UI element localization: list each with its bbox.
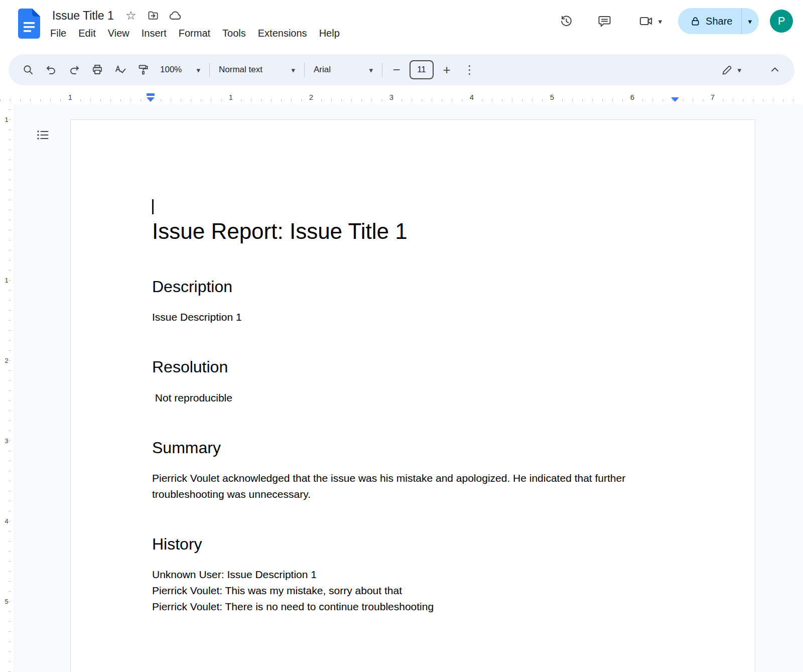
ruler-number: 7: [709, 93, 716, 101]
ruler-number: 2: [308, 93, 315, 101]
redo-icon[interactable]: [63, 58, 86, 81]
menu-tools[interactable]: Tools: [216, 26, 252, 41]
right-indent-triangle[interactable]: [671, 97, 679, 102]
section-paragraph[interactable]: Issue Description 1: [152, 309, 656, 325]
ruler-number: 5: [5, 597, 8, 606]
zoom-value: 100%: [160, 65, 182, 75]
join-call-control[interactable]: ▾: [630, 9, 665, 34]
document-saved-cloud-icon[interactable]: [168, 9, 182, 23]
google-docs-logo-icon[interactable]: [18, 9, 40, 39]
ruler-number: 4: [468, 93, 475, 101]
font-family-select[interactable]: Arial ▾: [309, 59, 378, 80]
print-icon[interactable]: [86, 58, 109, 81]
menu-help[interactable]: Help: [313, 26, 346, 41]
menu-extensions[interactable]: Extensions: [252, 26, 313, 41]
spellcheck-icon[interactable]: [109, 58, 132, 81]
toolbar-right-group: ▾: [716, 58, 786, 81]
title-row: Issue Title 1 ☆: [50, 6, 346, 25]
vertical-ruler[interactable]: 1 1 2 3 4 5: [0, 104, 13, 672]
toolbar-row: 100% ▾ Normal text ▾ Arial ▾ − 11 + ⋮ ▾: [0, 50, 803, 89]
star-icon[interactable]: ☆: [124, 9, 138, 23]
toolbar: 100% ▾ Normal text ▾ Arial ▾ − 11 + ⋮ ▾: [9, 54, 794, 85]
app-header: Issue Title 1 ☆ File Edit View Inser: [0, 0, 803, 50]
section-heading-summary[interactable]: Summary: [152, 438, 674, 457]
version-history-icon[interactable]: [554, 9, 579, 34]
undo-icon[interactable]: [40, 58, 63, 81]
editing-mode-select[interactable]: ▾: [716, 59, 746, 81]
video-camera-icon[interactable]: [633, 9, 658, 34]
ruler-number: 3: [388, 93, 395, 101]
document-title-field[interactable]: Issue Title 1: [50, 9, 116, 23]
ruler-ticks: [9, 104, 11, 672]
font-caret-down-icon: ▾: [369, 66, 373, 74]
ruler-number: 1: [227, 93, 234, 101]
zoom-select[interactable]: 100% ▾: [155, 59, 205, 80]
empty-paragraph[interactable]: [152, 199, 674, 216]
document-page[interactable]: Issue Report: Issue Title 1 Description …: [70, 119, 755, 672]
menu-insert[interactable]: Insert: [136, 26, 173, 41]
menu-edit[interactable]: Edit: [72, 26, 101, 41]
ruler-ticks: [0, 99, 803, 101]
ruler-number: 1: [67, 93, 74, 101]
show-document-outline-icon[interactable]: [31, 123, 54, 147]
font-family-value: Arial: [314, 65, 331, 75]
ruler-number: 4: [5, 516, 8, 526]
header-main: Issue Title 1 ☆ File Edit View Inser: [50, 6, 346, 41]
account-avatar[interactable]: P: [770, 10, 793, 33]
ruler-number: 6: [629, 93, 636, 101]
toolbar-divider: [304, 63, 305, 77]
hide-menus-chevron-up-icon[interactable]: [763, 58, 786, 81]
toolbar-divider: [209, 63, 210, 77]
font-size-stepper: − 11 +: [386, 60, 457, 80]
section-paragraph[interactable]: Not reproducible: [152, 390, 656, 406]
section-paragraph[interactable]: Pierrick Voulet: This was my mistake, so…: [152, 583, 656, 599]
lock-icon: [690, 16, 701, 27]
share-caret-down-icon[interactable]: ▾: [748, 18, 752, 25]
ruler-number: 1: [5, 115, 8, 124]
share-button-label: Share: [706, 16, 732, 27]
document-heading-title[interactable]: Issue Report: Issue Title 1: [152, 217, 674, 245]
video-caret-down-icon[interactable]: ▾: [658, 18, 662, 25]
section-heading-description[interactable]: Description: [152, 277, 674, 296]
avatar-letter: P: [778, 15, 785, 28]
section-paragraph[interactable]: Pierrick Voulet acknowledged that the is…: [152, 470, 656, 502]
comments-icon[interactable]: [592, 9, 617, 34]
left-indent-triangle[interactable]: [147, 97, 155, 102]
paragraph-style-value: Normal text: [219, 65, 262, 75]
paragraph-style-select[interactable]: Normal text ▾: [214, 59, 300, 80]
paint-format-icon[interactable]: [132, 58, 155, 81]
menu-file[interactable]: File: [44, 26, 72, 41]
menu-bar: File Edit View Insert Format Tools Exten…: [44, 26, 346, 41]
section-paragraph[interactable]: Unknown User: Issue Description 1: [152, 567, 656, 583]
increase-font-size-button[interactable]: +: [437, 60, 457, 80]
search-menus-icon[interactable]: [17, 58, 40, 81]
ruler-number: 2: [5, 356, 8, 365]
more-options-kebab-icon[interactable]: ⋮: [464, 63, 475, 77]
first-line-indent-marker[interactable]: [147, 93, 155, 96]
section-paragraph[interactable]: Pierrick Voulet: There is no need to con…: [152, 599, 656, 615]
zoom-caret-down-icon: ▾: [196, 66, 200, 74]
ruler-number: 3: [5, 436, 8, 446]
menu-format[interactable]: Format: [173, 26, 216, 41]
decrease-font-size-button[interactable]: −: [386, 60, 407, 80]
mode-caret-down-icon: ▾: [737, 66, 741, 74]
ruler-number: 5: [549, 93, 556, 101]
share-button[interactable]: Share ▾: [678, 8, 759, 34]
text-cursor: [152, 199, 154, 214]
pencil-icon: [721, 64, 733, 76]
menu-view[interactable]: View: [102, 26, 136, 41]
toolbar-divider: [382, 63, 382, 77]
document-canvas: 1 1 2 3 4 5 Issue Report: Issue Title 1 …: [0, 104, 803, 672]
font-size-input[interactable]: 11: [410, 60, 434, 79]
horizontal-ruler[interactable]: 1 1 2 3 4 5 6 7: [0, 89, 803, 104]
page-content: Issue Report: Issue Title 1 Description …: [71, 120, 755, 615]
share-divider: [741, 8, 742, 34]
ruler-number: 1: [5, 276, 8, 285]
header-actions: ▾ Share ▾ P: [554, 8, 793, 34]
section-heading-resolution[interactable]: Resolution: [152, 357, 674, 376]
style-caret-down-icon: ▾: [291, 66, 295, 74]
move-to-folder-icon[interactable]: [146, 9, 160, 23]
section-heading-history[interactable]: History: [152, 534, 674, 554]
